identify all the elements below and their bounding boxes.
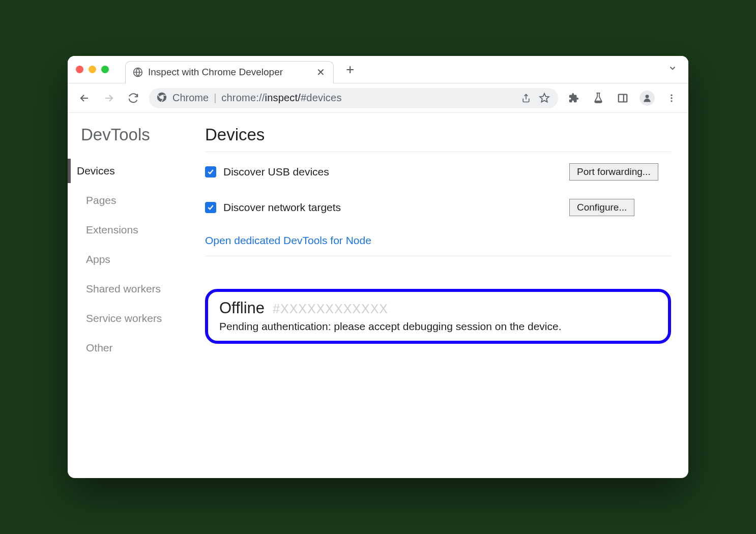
tab-title: Inspect with Chrome Developer	[148, 67, 310, 78]
browser-tab[interactable]: Inspect with Chrome Developer ✕	[125, 61, 334, 83]
sidebar-item-shared-workers[interactable]: Shared workers	[77, 277, 195, 301]
minimize-window-button[interactable]	[89, 66, 96, 73]
close-window-button[interactable]	[76, 66, 83, 73]
port-forwarding-button[interactable]: Port forwarding...	[569, 163, 658, 181]
maximize-window-button[interactable]	[101, 66, 109, 73]
new-tab-button[interactable]: +	[341, 60, 359, 80]
sidebar-item-pages[interactable]: Pages	[77, 188, 195, 213]
bookmark-star-icon[interactable]	[538, 92, 551, 105]
reload-button[interactable]	[125, 90, 142, 107]
sidebar-item-devices[interactable]: Devices	[68, 159, 195, 183]
sidebar-item-service-workers[interactable]: Service workers	[77, 306, 195, 331]
sidebar-title: DevTools	[77, 125, 195, 144]
device-id: #XXXXXXXXXXXX	[273, 302, 388, 316]
page-content: DevTools Devices Pages Extensions Apps S…	[68, 113, 688, 478]
back-button[interactable]	[76, 90, 93, 107]
sidebar-item-other[interactable]: Other	[77, 336, 195, 360]
divider	[205, 152, 671, 152]
side-panel-icon[interactable]	[614, 90, 631, 107]
address-bar[interactable]: Chrome | chrome://inspect/#devices	[149, 88, 558, 108]
discover-network-checkbox[interactable]	[205, 202, 216, 213]
svg-point-8	[671, 100, 672, 102]
configure-button[interactable]: Configure...	[569, 199, 634, 216]
discover-usb-label: Discover USB devices	[223, 166, 547, 178]
svg-point-5	[646, 95, 649, 98]
sidebar-item-extensions[interactable]: Extensions	[77, 218, 195, 242]
globe-icon	[133, 67, 143, 77]
device-status: Offline	[219, 299, 265, 317]
toolbar: Chrome | chrome://inspect/#devices	[68, 83, 688, 113]
device-status-block: Offline #XXXXXXXXXXXX Pending authentica…	[205, 289, 671, 344]
sidebar: DevTools Devices Pages Extensions Apps S…	[68, 125, 195, 463]
address-origin-label: Chrome	[172, 92, 209, 104]
browser-window: Inspect with Chrome Developer ✕ + Chrome…	[68, 56, 688, 478]
sidebar-item-apps[interactable]: Apps	[77, 247, 195, 272]
svg-point-7	[671, 97, 672, 99]
forward-button[interactable]	[100, 90, 118, 107]
divider	[205, 256, 671, 256]
page-title: Devices	[205, 125, 671, 144]
window-controls	[76, 66, 109, 73]
main-panel: Devices Discover USB devices Port forwar…	[195, 125, 679, 463]
address-separator: |	[214, 92, 216, 104]
discover-network-row: Discover network targets Configure...	[205, 199, 671, 216]
close-tab-icon[interactable]: ✕	[315, 65, 326, 79]
extensions-icon[interactable]	[565, 90, 583, 107]
discover-usb-row: Discover USB devices Port forwarding...	[205, 163, 671, 181]
share-icon[interactable]	[519, 92, 533, 105]
profile-avatar[interactable]	[638, 90, 656, 107]
chrome-logo-icon	[156, 92, 167, 105]
address-url: chrome://inspect/#devices	[221, 92, 514, 104]
labs-flask-icon[interactable]	[590, 90, 607, 107]
svg-point-6	[671, 94, 672, 96]
tab-strip: Inspect with Chrome Developer ✕ +	[68, 56, 688, 83]
device-message: Pending authentication: please accept de…	[219, 320, 657, 333]
tabs-dropdown-icon[interactable]	[665, 61, 680, 78]
svg-rect-3	[619, 94, 627, 102]
discover-network-label: Discover network targets	[223, 201, 547, 214]
open-node-devtools-link[interactable]: Open dedicated DevTools for Node	[205, 234, 671, 247]
discover-usb-checkbox[interactable]	[205, 166, 216, 177]
kebab-menu-icon[interactable]	[663, 90, 680, 107]
